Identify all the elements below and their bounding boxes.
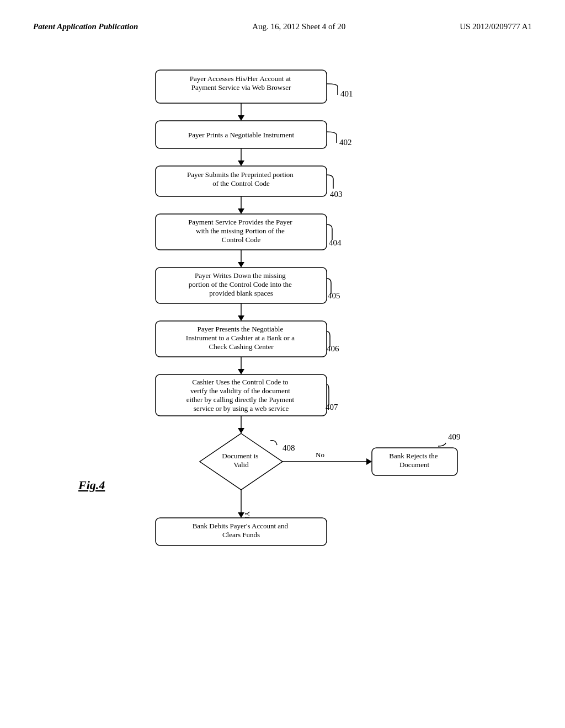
sheet-info: Aug. 16, 2012 Sheet 4 of 20 [252,22,345,31]
arrowhead-407-408 [238,428,244,433]
step-409-label: 409 [448,432,461,441]
arrowhead-402-403 [238,160,244,166]
step-404-label: 404 [329,238,342,247]
no-label: No [316,451,324,459]
step-401-text: Payer Accesses His/Her Account at Paymen… [190,74,293,92]
step-409-label-curve [438,443,446,446]
arrowhead-406-407 [238,369,244,374]
step-402-text: Payer Prints a Negotiable Instrument [188,131,294,139]
arrowhead-401-402 [238,115,244,121]
step-408-label: 408 [282,443,295,452]
step-407-text: Cashier Uses the Control Code to verify … [186,378,296,413]
step-404-label-line [327,224,332,240]
step-401-label-line [327,84,338,95]
flowchart: Payer Accesses His/Her Account at Paymen… [45,65,520,693]
step-406-label: 406 [327,344,339,353]
patent-number: US 2012/0209777 A1 [460,22,532,31]
figure-label: Fig.4 [78,478,105,492]
arrowhead-405-406 [238,315,244,321]
arrowhead-403-404 [238,208,244,214]
arrowhead-404-405 [238,262,244,267]
arrowhead-no [366,458,372,465]
step-401-label: 401 [340,89,353,98]
step-403-label-line [327,175,333,189]
publication-label: Patent Application Publication [33,22,138,31]
step-405-label: 405 [328,291,340,300]
step-402-label-line [327,132,337,143]
step-407-label: 407 [326,403,338,411]
step-402-label: 402 [339,138,352,147]
step-408-label-curve [270,441,277,445]
step-403-label: 403 [330,190,343,199]
